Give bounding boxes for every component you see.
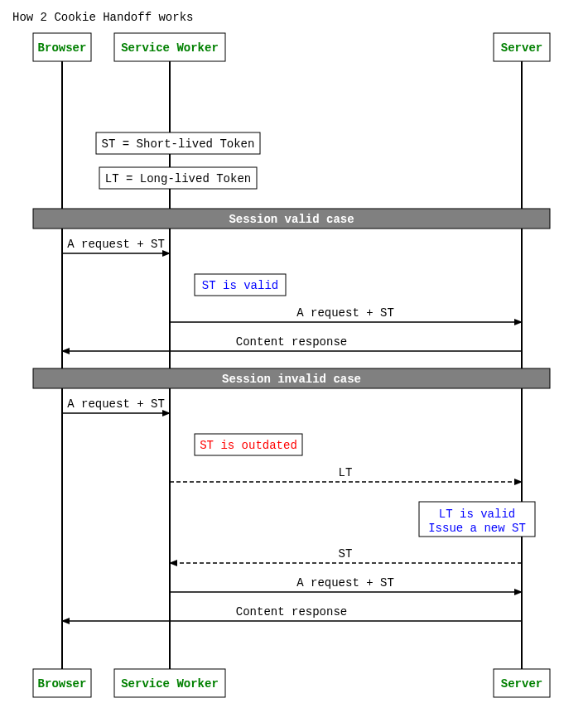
note-st-valid: ST is valid: [195, 274, 286, 296]
msg-server-to-browser-content-2: Content response: [62, 605, 522, 621]
participant-server-bottom: Server: [494, 669, 550, 697]
svg-text:ST is valid: ST is valid: [202, 279, 278, 292]
svg-text:A request + ST: A request + ST: [67, 238, 165, 251]
svg-text:ST is outdated: ST is outdated: [200, 439, 297, 452]
msg-sw-to-server-lt: LT: [170, 466, 522, 482]
svg-text:Issue a new ST: Issue a new ST: [428, 522, 526, 535]
svg-text:Browser: Browser: [38, 41, 87, 55]
svg-text:Browser: Browser: [38, 677, 87, 691]
diagram-title: How 2 Cookie Handoff works: [12, 11, 193, 24]
msg-server-to-browser-content-1: Content response: [62, 335, 522, 351]
svg-text:Session valid case: Session valid case: [229, 213, 354, 226]
note-lt-definition: LT = Long-lived Token: [99, 167, 257, 189]
svg-text:Service Worker: Service Worker: [121, 41, 219, 55]
participant-browser-bottom: Browser: [33, 669, 91, 697]
participant-server-top: Server: [494, 33, 550, 61]
svg-text:LT is valid: LT is valid: [439, 508, 515, 521]
svg-text:Content response: Content response: [236, 335, 347, 349]
svg-text:ST: ST: [339, 547, 353, 561]
msg-sw-to-server-request-1: A request + ST: [170, 306, 522, 322]
msg-browser-to-sw-request-2: A request + ST: [62, 397, 170, 413]
participant-service-worker-top: Service Worker: [114, 33, 225, 61]
svg-text:LT = Long-lived Token: LT = Long-lived Token: [105, 172, 251, 185]
svg-text:ST = Short-lived Token: ST = Short-lived Token: [102, 137, 255, 151]
svg-text:Server: Server: [501, 41, 542, 55]
svg-text:A request + ST: A request + ST: [296, 576, 394, 590]
svg-text:LT: LT: [339, 466, 353, 479]
svg-text:Server: Server: [501, 677, 542, 691]
note-lt-valid: LT is valid Issue a new ST: [419, 502, 535, 537]
msg-browser-to-sw-request-1: A request + ST: [62, 238, 170, 253]
msg-server-to-sw-st: ST: [170, 547, 522, 563]
svg-text:Session invalid case: Session invalid case: [222, 373, 361, 386]
sequence-diagram: How 2 Cookie Handoff works Browser Servi…: [8, 8, 580, 714]
divider-session-invalid: Session invalid case: [33, 368, 550, 388]
svg-text:Service Worker: Service Worker: [121, 677, 219, 691]
note-st-outdated: ST is outdated: [195, 434, 302, 455]
msg-sw-to-server-request-2: A request + ST: [170, 576, 522, 592]
svg-text:Content response: Content response: [236, 605, 347, 619]
note-st-definition: ST = Short-lived Token: [96, 132, 260, 154]
participant-service-worker-bottom: Service Worker: [114, 669, 225, 697]
svg-text:A request + ST: A request + ST: [296, 306, 394, 320]
svg-text:A request + ST: A request + ST: [67, 397, 165, 411]
divider-session-valid: Session valid case: [33, 209, 550, 229]
participant-browser-top: Browser: [33, 33, 91, 61]
